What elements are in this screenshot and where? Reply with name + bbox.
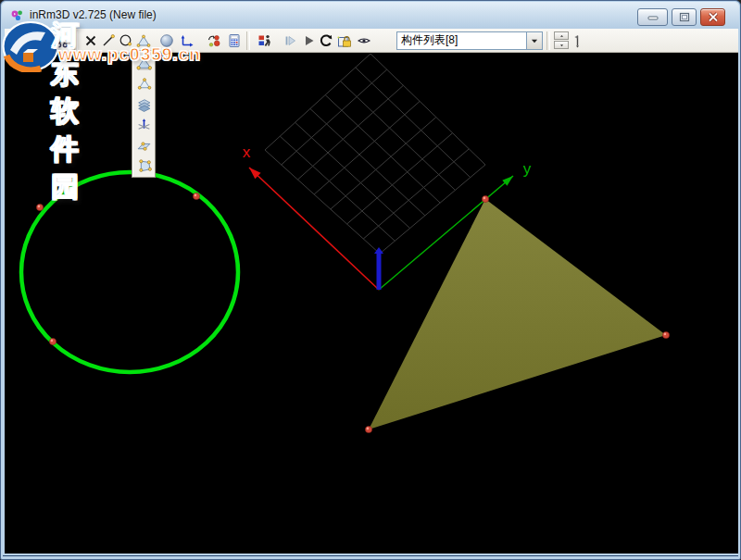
app-logo-icon — [10, 8, 25, 23]
viewport-svg: xy — [5, 53, 738, 554]
render-painter-icon — [257, 33, 272, 48]
axis-3d-tool-icon — [136, 117, 152, 132]
control-point[interactable] — [193, 193, 199, 199]
component-spinner — [554, 31, 569, 49]
surface-tool-button[interactable] — [134, 54, 153, 72]
grid-line — [331, 118, 436, 209]
line-tool-button[interactable] — [99, 31, 117, 51]
lock-icon — [337, 33, 352, 48]
play-icon — [301, 33, 316, 48]
close-icon — [708, 12, 719, 22]
control-point[interactable] — [49, 338, 56, 344]
sphere-tool-icon — [159, 33, 174, 48]
grid-line — [325, 95, 440, 204]
control-point-highlight — [484, 197, 486, 200]
delete-button[interactable] — [82, 31, 99, 51]
down-arrow-icon — [559, 43, 565, 48]
step-forward-button[interactable] — [280, 31, 299, 51]
axis-tool-button[interactable] — [176, 31, 197, 51]
circle-tool-icon — [119, 33, 133, 48]
triangle-shape[interactable] — [369, 199, 666, 429]
line-tool-icon — [101, 33, 116, 48]
triangle-tool-button[interactable] — [134, 31, 152, 51]
window-title: inRm3D v2.725 (New file) — [30, 2, 157, 29]
x-axis — [249, 168, 379, 290]
grid-line — [314, 101, 420, 194]
dropdown-arrow-icon — [528, 34, 541, 47]
up-arrow-icon — [559, 33, 565, 39]
maximize-button[interactable] — [672, 8, 697, 26]
grid-line — [356, 68, 471, 178]
triangle-points-tool-icon — [136, 76, 152, 92]
cut-button[interactable] — [53, 31, 70, 51]
polygon-points-tool-button[interactable] — [134, 156, 153, 174]
grid-line — [363, 149, 469, 239]
new-file-button[interactable] — [10, 31, 42, 51]
layers-tool-button[interactable] — [134, 94, 153, 113]
component-list-value: 构件列表[8] — [397, 32, 526, 48]
grid-line — [282, 69, 387, 165]
control-point[interactable] — [662, 331, 669, 338]
grid-line — [297, 85, 403, 180]
maximize-icon — [679, 12, 690, 22]
toolbar-separator — [74, 31, 78, 50]
control-point-highlight — [38, 205, 41, 208]
eye-button[interactable] — [354, 31, 373, 51]
geometry-palette — [132, 50, 156, 178]
render-painter-button[interactable] — [254, 31, 276, 51]
circle-tool-button[interactable] — [117, 31, 134, 51]
grid-line — [340, 81, 455, 191]
pin-icon — [571, 33, 585, 48]
play-button[interactable] — [299, 31, 317, 51]
component-spinner-up-button[interactable] — [554, 31, 569, 40]
new-file-icon — [14, 33, 29, 48]
close-button[interactable] — [700, 8, 725, 26]
control-point-highlight — [51, 340, 54, 342]
transform-tool-icon — [207, 33, 221, 48]
refresh-icon — [319, 33, 333, 48]
calculator-button[interactable] — [225, 31, 243, 51]
control-point[interactable] — [36, 204, 43, 210]
control-point-highlight — [664, 333, 667, 336]
sphere-tool-button[interactable] — [157, 31, 176, 51]
calculator-icon — [227, 33, 242, 48]
minimize-button[interactable] — [637, 8, 668, 26]
toolbar-separator — [45, 31, 49, 50]
viewport-3d[interactable]: xy — [5, 53, 738, 554]
grid-line — [310, 108, 425, 215]
surface-tool-icon — [136, 56, 152, 71]
titlebar[interactable]: inRm3D v2.725 (New file) — [2, 2, 739, 29]
polygon-points-tool-icon — [136, 157, 152, 173]
lock-button[interactable] — [334, 31, 354, 51]
pin-button[interactable] — [569, 31, 586, 51]
delete-icon — [83, 33, 98, 48]
grid-line — [370, 54, 485, 165]
axis-3d-tool-button[interactable] — [134, 115, 153, 133]
triangle-points-tool-button[interactable] — [134, 74, 153, 93]
layers-tool-icon — [136, 96, 152, 112]
main-toolbar: 构件列表[8] — [5, 29, 738, 53]
component-list-dropdown-button[interactable] — [526, 32, 542, 49]
window-border-line — [3, 555, 738, 556]
point-plane-tool-button[interactable] — [134, 135, 153, 154]
refresh-button[interactable] — [317, 31, 334, 51]
eye-icon — [357, 33, 371, 48]
app-window: inRm3D v2.725 (New file) 构件列表[8] xy 河东软件… — [0, 0, 741, 560]
component-list-combobox[interactable]: 构件列表[8] — [396, 31, 543, 50]
grid-line — [295, 122, 410, 228]
triangle-tool-icon — [136, 33, 151, 48]
transform-tool-button[interactable] — [203, 31, 225, 51]
control-point-highlight — [195, 194, 197, 197]
toolbar-separator — [546, 31, 550, 50]
control-point[interactable] — [365, 426, 371, 432]
control-point-highlight — [367, 428, 370, 430]
minimize-icon — [647, 13, 659, 21]
y-axis-label: y — [523, 160, 532, 178]
axis-tool-icon — [180, 33, 195, 48]
point-plane-tool-icon — [136, 137, 152, 153]
x-axis-label: x — [243, 143, 251, 161]
control-point[interactable] — [482, 195, 488, 202]
step-forward-icon — [283, 33, 297, 48]
component-spinner-down-button[interactable] — [554, 41, 569, 49]
grid-line — [265, 150, 380, 254]
